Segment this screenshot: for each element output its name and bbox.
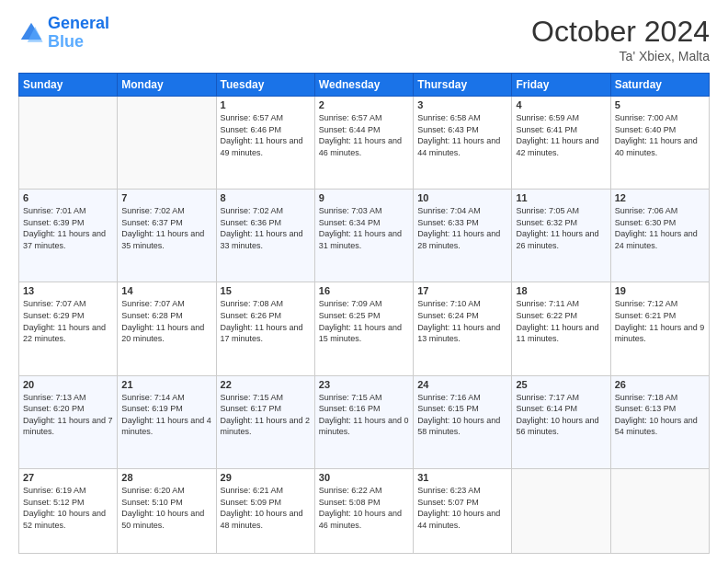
col-saturday: Saturday [610,74,709,97]
table-row [610,468,709,553]
calendar-week-row: 1Sunrise: 6:57 AM Sunset: 6:46 PM Daylig… [19,97,710,190]
table-row: 15Sunrise: 7:08 AM Sunset: 6:26 PM Dayli… [216,282,314,375]
day-detail: Sunrise: 6:21 AM Sunset: 5:09 PM Dayligh… [221,485,311,531]
table-row: 26Sunrise: 7:18 AM Sunset: 6:13 PM Dayli… [610,375,709,468]
table-row: 7Sunrise: 7:02 AM Sunset: 6:37 PM Daylig… [118,190,216,282]
table-row: 27Sunrise: 6:19 AM Sunset: 5:12 PM Dayli… [19,468,118,553]
table-row: 12Sunrise: 7:06 AM Sunset: 6:30 PM Dayli… [610,190,709,282]
table-row: 9Sunrise: 7:03 AM Sunset: 6:34 PM Daylig… [314,190,413,282]
table-row: 13Sunrise: 7:07 AM Sunset: 6:29 PM Dayli… [19,282,118,375]
table-row: 1Sunrise: 6:57 AM Sunset: 6:46 PM Daylig… [216,97,314,190]
table-row: 19Sunrise: 7:12 AM Sunset: 6:21 PM Dayli… [610,282,709,375]
day-detail: Sunrise: 7:08 AM Sunset: 6:26 PM Dayligh… [221,298,311,344]
table-row: 11Sunrise: 7:05 AM Sunset: 6:32 PM Dayli… [512,190,610,282]
day-detail: Sunrise: 6:19 AM Sunset: 5:12 PM Dayligh… [23,485,113,531]
table-row: 31Sunrise: 6:23 AM Sunset: 5:07 PM Dayli… [414,468,512,553]
table-row: 4Sunrise: 6:59 AM Sunset: 6:41 PM Daylig… [512,97,610,190]
table-row: 22Sunrise: 7:15 AM Sunset: 6:17 PM Dayli… [216,375,314,468]
table-row: 28Sunrise: 6:20 AM Sunset: 5:10 PM Dayli… [118,468,216,553]
day-number: 4 [516,99,606,110]
day-number: 12 [615,192,705,203]
day-number: 8 [221,192,311,203]
day-number: 23 [319,379,409,390]
page: General Blue October 2024 Ta' Xbiex, Mal… [0,0,728,563]
table-row: 8Sunrise: 7:02 AM Sunset: 6:36 PM Daylig… [216,190,314,282]
day-number: 10 [417,192,507,203]
day-number: 13 [23,285,113,296]
table-row: 18Sunrise: 7:11 AM Sunset: 6:22 PM Dayli… [512,282,610,375]
table-row: 17Sunrise: 7:10 AM Sunset: 6:24 PM Dayli… [414,282,512,375]
day-detail: Sunrise: 7:16 AM Sunset: 6:15 PM Dayligh… [417,392,507,438]
day-detail: Sunrise: 6:22 AM Sunset: 5:08 PM Dayligh… [319,485,409,531]
day-number: 3 [417,99,507,110]
day-detail: Sunrise: 7:07 AM Sunset: 6:29 PM Dayligh… [23,298,113,344]
table-row: 25Sunrise: 7:17 AM Sunset: 6:14 PM Dayli… [512,375,610,468]
day-detail: Sunrise: 6:57 AM Sunset: 6:46 PM Dayligh… [221,112,311,158]
day-detail: Sunrise: 7:03 AM Sunset: 6:34 PM Dayligh… [319,205,409,251]
day-detail: Sunrise: 7:11 AM Sunset: 6:22 PM Dayligh… [516,298,606,344]
day-detail: Sunrise: 6:20 AM Sunset: 5:10 PM Dayligh… [121,485,211,531]
day-number: 15 [221,285,311,296]
logo-icon [18,20,44,46]
col-tuesday: Tuesday [216,74,314,97]
table-row: 23Sunrise: 7:15 AM Sunset: 6:16 PM Dayli… [314,375,413,468]
day-number: 30 [319,472,409,483]
day-number: 11 [516,192,606,203]
day-number: 24 [417,379,507,390]
table-row: 21Sunrise: 7:14 AM Sunset: 6:19 PM Dayli… [118,375,216,468]
day-number: 19 [615,285,705,296]
calendar-week-row: 6Sunrise: 7:01 AM Sunset: 6:39 PM Daylig… [19,190,710,282]
col-thursday: Thursday [414,74,512,97]
day-detail: Sunrise: 6:59 AM Sunset: 6:41 PM Dayligh… [516,112,606,158]
table-row: 6Sunrise: 7:01 AM Sunset: 6:39 PM Daylig… [19,190,118,282]
calendar-week-row: 20Sunrise: 7:13 AM Sunset: 6:20 PM Dayli… [19,375,710,468]
day-number: 22 [221,379,311,390]
day-detail: Sunrise: 6:58 AM Sunset: 6:43 PM Dayligh… [417,112,507,158]
col-friday: Friday [512,74,610,97]
day-detail: Sunrise: 7:12 AM Sunset: 6:21 PM Dayligh… [615,298,705,344]
calendar-week-row: 27Sunrise: 6:19 AM Sunset: 5:12 PM Dayli… [19,468,710,553]
table-row: 14Sunrise: 7:07 AM Sunset: 6:28 PM Dayli… [118,282,216,375]
day-number: 7 [121,192,211,203]
day-detail: Sunrise: 7:01 AM Sunset: 6:39 PM Dayligh… [23,205,113,251]
col-wednesday: Wednesday [314,74,413,97]
day-detail: Sunrise: 7:15 AM Sunset: 6:17 PM Dayligh… [221,392,311,438]
day-number: 18 [516,285,606,296]
title-block: October 2024 Ta' Xbiex, Malta [531,15,710,63]
day-detail: Sunrise: 7:18 AM Sunset: 6:13 PM Dayligh… [615,392,705,438]
table-row [118,97,216,190]
calendar-table: Sunday Monday Tuesday Wednesday Thursday… [18,73,710,554]
table-row [512,468,610,553]
day-number: 28 [121,472,211,483]
table-row: 24Sunrise: 7:16 AM Sunset: 6:15 PM Dayli… [414,375,512,468]
table-row: 16Sunrise: 7:09 AM Sunset: 6:25 PM Dayli… [314,282,413,375]
table-row: 29Sunrise: 6:21 AM Sunset: 5:09 PM Dayli… [216,468,314,553]
table-row: 5Sunrise: 7:00 AM Sunset: 6:40 PM Daylig… [610,97,709,190]
calendar-header-row: Sunday Monday Tuesday Wednesday Thursday… [19,74,710,97]
day-number: 25 [516,379,606,390]
col-sunday: Sunday [19,74,118,97]
day-number: 1 [221,99,311,110]
day-number: 31 [417,472,507,483]
day-detail: Sunrise: 7:13 AM Sunset: 6:20 PM Dayligh… [23,392,113,438]
day-detail: Sunrise: 7:14 AM Sunset: 6:19 PM Dayligh… [121,392,211,438]
day-number: 2 [319,99,409,110]
table-row: 2Sunrise: 6:57 AM Sunset: 6:44 PM Daylig… [314,97,413,190]
day-number: 14 [121,285,211,296]
day-number: 5 [615,99,705,110]
day-detail: Sunrise: 7:10 AM Sunset: 6:24 PM Dayligh… [417,298,507,344]
day-detail: Sunrise: 6:23 AM Sunset: 5:07 PM Dayligh… [417,485,507,531]
table-row: 20Sunrise: 7:13 AM Sunset: 6:20 PM Dayli… [19,375,118,468]
day-detail: Sunrise: 7:15 AM Sunset: 6:16 PM Dayligh… [319,392,409,438]
table-row: 3Sunrise: 6:58 AM Sunset: 6:43 PM Daylig… [414,97,512,190]
table-row: 30Sunrise: 6:22 AM Sunset: 5:08 PM Dayli… [314,468,413,553]
logo-text-line2: Blue [48,33,109,52]
day-number: 27 [23,472,113,483]
calendar-week-row: 13Sunrise: 7:07 AM Sunset: 6:29 PM Dayli… [19,282,710,375]
day-detail: Sunrise: 6:57 AM Sunset: 6:44 PM Dayligh… [319,112,409,158]
day-number: 17 [417,285,507,296]
day-detail: Sunrise: 7:17 AM Sunset: 6:14 PM Dayligh… [516,392,606,438]
month-title: October 2024 [531,15,710,49]
day-detail: Sunrise: 7:02 AM Sunset: 6:37 PM Dayligh… [121,205,211,251]
header: General Blue October 2024 Ta' Xbiex, Mal… [18,15,710,63]
